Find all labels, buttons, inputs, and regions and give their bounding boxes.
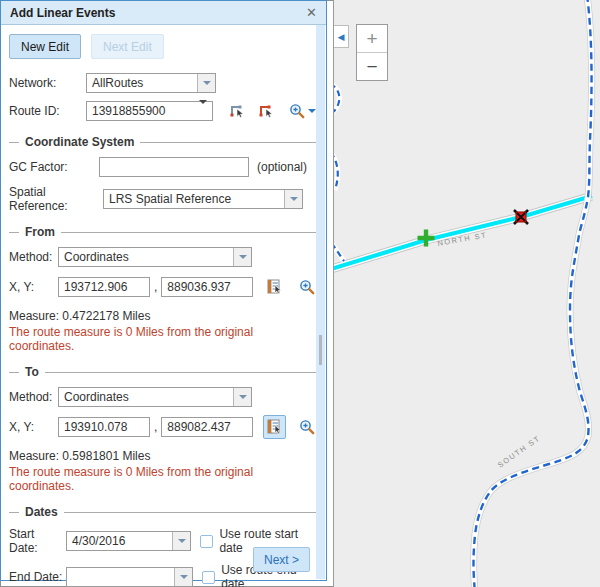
- coordinate-table-glyph: [267, 279, 283, 295]
- chevron-down-icon: [203, 81, 211, 85]
- spatial-reference-label: Spatial Reference:: [9, 185, 103, 213]
- chevron-down-icon: [239, 255, 247, 259]
- start-date-value: 4/30/2016: [67, 534, 172, 548]
- add-linear-events-panel: Add Linear Events ✕ New Edit Next Edit N…: [0, 0, 327, 581]
- panel-title: Add Linear Events: [10, 6, 115, 20]
- from-warning-text: The route measure is 0 Miles from the or…: [9, 325, 318, 353]
- edit-toolbar: New Edit Next Edit: [9, 34, 318, 59]
- to-xy-label: X, Y:: [9, 420, 58, 434]
- route-id-combobox[interactable]: 13918855900: [86, 101, 213, 121]
- xy-separator: ,: [154, 280, 157, 294]
- to-legend: To: [9, 365, 318, 379]
- from-zoom-icon[interactable]: [296, 275, 318, 299]
- panel-titlebar: Add Linear Events ✕: [1, 1, 326, 25]
- panel-body: New Edit Next Edit Network: AllRoutes Ro…: [1, 34, 326, 587]
- network-dropdown[interactable]: AllRoutes: [86, 73, 216, 93]
- next-edit-button: Next Edit: [91, 34, 164, 59]
- from-y-input[interactable]: [161, 277, 253, 297]
- end-date-dropdown-button[interactable]: [174, 568, 192, 586]
- gc-factor-label: GC Factor:: [9, 160, 99, 174]
- use-route-start-date-checkbox[interactable]: [200, 535, 213, 548]
- map-canvas[interactable]: NORTH ST SOUTH ST: [334, 0, 600, 587]
- chevron-down-icon: [308, 109, 316, 113]
- magnifier-plus-icon: [299, 419, 315, 435]
- route-id-label: Route ID:: [9, 104, 86, 118]
- to-legend-text: To: [25, 365, 39, 379]
- from-xy-row: X, Y: ,: [9, 275, 318, 299]
- new-edit-button[interactable]: New Edit: [9, 34, 81, 59]
- magnifier-plus-icon: [289, 103, 305, 119]
- end-date-dropdown[interactable]: [66, 567, 193, 587]
- collapse-arrow-icon: ◀: [338, 32, 345, 42]
- to-method-row: Method: Coordinates: [9, 387, 318, 407]
- from-xy-label: X, Y:: [9, 280, 58, 294]
- chevron-down-icon: [180, 575, 188, 579]
- from-method-value: Coordinates: [59, 250, 233, 264]
- coordinate-system-legend: Coordinate System: [9, 135, 318, 149]
- route-id-row: Route ID: 13918855900: [9, 99, 318, 123]
- from-legend-text: From: [25, 225, 55, 239]
- coordinate-table-glyph: [267, 419, 283, 435]
- map-viewport[interactable]: NORTH ST SOUTH ST: [333, 0, 600, 587]
- to-y-input[interactable]: [161, 417, 253, 437]
- use-route-end-date-checkbox[interactable]: [202, 571, 215, 584]
- to-method-dropdown[interactable]: Coordinates: [58, 387, 252, 407]
- magnifier-plus-icon: [299, 279, 315, 295]
- scrollbar-thumb[interactable]: [319, 335, 322, 365]
- next-button[interactable]: Next >: [253, 547, 310, 572]
- select-route-alternate-icon[interactable]: [255, 99, 279, 123]
- start-date-label: Start Date:: [9, 527, 66, 555]
- from-method-dropdown[interactable]: Coordinates: [58, 247, 252, 267]
- to-x-input[interactable]: [58, 417, 150, 437]
- screen: Add Linear Events ✕ New Edit Next Edit N…: [0, 0, 600, 587]
- network-label: Network:: [9, 76, 86, 90]
- from-method-dropdown-button[interactable]: [233, 248, 251, 266]
- to-point-marker: [514, 210, 528, 224]
- network-row: Network: AllRoutes: [9, 73, 318, 93]
- to-measure-text: Measure: 0.5981801 Miles: [9, 449, 318, 463]
- close-icon[interactable]: ✕: [306, 6, 317, 19]
- xy-separator: ,: [154, 420, 157, 434]
- collapse-panel-button[interactable]: ◀: [334, 25, 349, 48]
- to-zoom-icon[interactable]: [296, 415, 318, 439]
- select-route-on-map-icon[interactable]: [225, 99, 249, 123]
- select-route-glyph: [229, 103, 246, 119]
- spatial-reference-dropdown-button[interactable]: [284, 190, 302, 208]
- network-value: AllRoutes: [87, 76, 197, 90]
- start-date-dropdown-button[interactable]: [172, 532, 190, 550]
- gc-factor-optional-hint: (optional): [257, 160, 307, 174]
- zoom-out-button[interactable]: −: [357, 52, 387, 80]
- from-method-label: Method:: [9, 250, 58, 264]
- gc-factor-input[interactable]: [99, 157, 249, 177]
- road-label-south-st: SOUTH ST: [496, 434, 542, 470]
- road-north-st: [334, 196, 592, 270]
- from-method-row: Method: Coordinates: [9, 247, 318, 267]
- network-dropdown-button[interactable]: [197, 74, 215, 92]
- route-id-dropdown-button[interactable]: [194, 104, 212, 118]
- chevron-down-icon: [178, 539, 186, 543]
- map-zoom-control: + −: [356, 24, 388, 81]
- zoom-to-route-button[interactable]: [287, 99, 318, 123]
- to-method-value: Coordinates: [59, 390, 233, 404]
- spatial-reference-dropdown[interactable]: LRS Spatial Reference: [103, 189, 303, 209]
- chevron-down-icon: [290, 197, 298, 201]
- to-method-label: Method:: [9, 390, 58, 404]
- coordinate-system-legend-text: Coordinate System: [25, 135, 134, 149]
- end-date-label: End Date:: [9, 570, 66, 584]
- to-pick-coordinates-icon[interactable]: [263, 415, 285, 439]
- route-id-value: 13918855900: [87, 104, 194, 118]
- dashed-route-fragments: [334, 84, 344, 261]
- chevron-down-icon: [239, 395, 247, 399]
- from-x-input[interactable]: [58, 277, 150, 297]
- to-xy-row: X, Y: ,: [9, 415, 318, 439]
- from-pick-coordinates-icon[interactable]: [263, 275, 285, 299]
- panel-scrollbar[interactable]: [316, 25, 325, 579]
- spatial-reference-row: Spatial Reference: LRS Spatial Reference: [9, 185, 318, 213]
- zoom-in-button[interactable]: +: [357, 25, 387, 52]
- gc-factor-row: GC Factor: (optional): [9, 157, 318, 177]
- chevron-down-icon: [199, 100, 207, 118]
- start-date-dropdown[interactable]: 4/30/2016: [66, 531, 191, 551]
- to-method-dropdown-button[interactable]: [233, 388, 251, 406]
- select-route-red-glyph: [258, 103, 275, 119]
- from-legend: From: [9, 225, 318, 239]
